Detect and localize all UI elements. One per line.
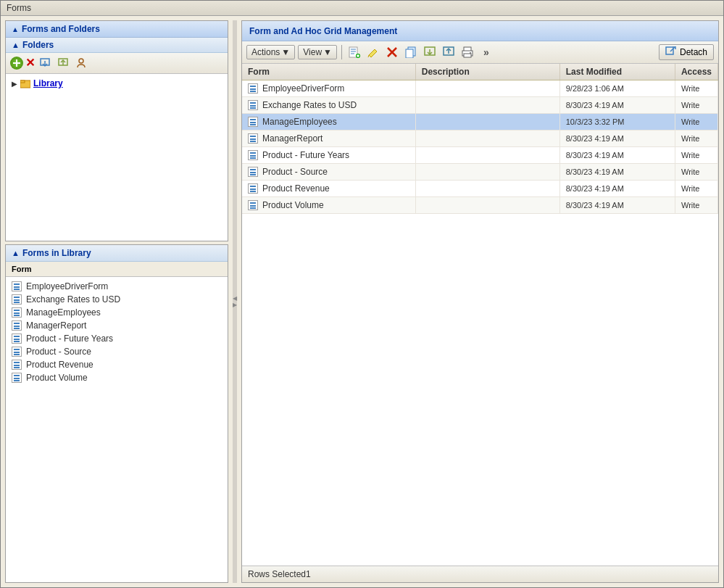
view-dropdown-icon: ▼ <box>323 47 332 57</box>
delete-button[interactable] <box>384 44 400 60</box>
cell-description <box>415 164 559 181</box>
forms-list-column-header: Form <box>12 265 32 273</box>
cell-access: Write <box>675 181 717 197</box>
permissions-button[interactable] <box>73 55 89 71</box>
cell-description <box>415 181 559 197</box>
form-icon <box>248 183 258 194</box>
tree-expand-icon[interactable]: ▶ <box>12 80 17 88</box>
form-icon <box>248 100 258 110</box>
svg-point-4 <box>79 59 83 63</box>
cell-last-modified: 8/30/23 4:19 AM <box>559 197 675 214</box>
export-folder-button[interactable] <box>37 55 53 71</box>
folders-toolbar: ✕ <box>6 53 228 74</box>
form-icon <box>248 150 258 160</box>
table-row[interactable]: EmployeeDriverForm 9/28/23 1:06 AM Write <box>242 80 718 97</box>
right-panel-title: Form and Ad Hoc Grid Management <box>249 26 397 36</box>
cell-last-modified: 10/3/23 3:32 PM <box>559 114 675 131</box>
table-row[interactable]: Exchange Rates to USD 8/30/23 4:19 AM Wr… <box>242 97 718 114</box>
collapse-arrow-icon[interactable]: ▲ <box>12 25 19 33</box>
folder-icon <box>20 78 30 88</box>
forms-list-item[interactable]: Product Volume <box>9 371 225 384</box>
form-list-label: Exchange Rates to USD <box>26 294 120 305</box>
folders-collapse-arrow[interactable]: ▲ <box>12 41 20 49</box>
cell-access: Write <box>675 197 717 214</box>
col-form: Form <box>242 64 415 80</box>
form-name: EmployeeDriverForm <box>262 83 344 94</box>
table-row[interactable]: ManagerReport 8/30/23 4:19 AM Write <box>242 131 718 147</box>
svg-rect-6 <box>20 80 25 83</box>
edit-button[interactable] <box>365 44 381 60</box>
forms-list-item[interactable]: Product - Source <box>9 345 225 358</box>
actions-dropdown-icon: ▼ <box>281 47 290 57</box>
table-row[interactable]: ManageEmployees 10/3/23 3:32 PM Write <box>242 114 718 131</box>
cell-access: Write <box>675 131 717 147</box>
form-name: Exchange Rates to USD <box>262 100 357 110</box>
copy-button[interactable] <box>403 44 419 60</box>
cell-access: Write <box>675 80 717 97</box>
cell-form: Product - Future Years <box>242 147 415 164</box>
table-row[interactable]: Product Revenue 8/30/23 4:19 AM Write <box>242 181 718 197</box>
table-row[interactable]: Product - Future Years 8/30/23 4:19 AM W… <box>242 147 718 164</box>
add-folder-button[interactable] <box>10 57 23 70</box>
forms-list-item[interactable]: Product - Future Years <box>9 332 225 345</box>
window-frame: Forms ▲ Forms and Folders ▲ Folders <box>0 0 724 588</box>
import-folder-button[interactable] <box>55 55 71 71</box>
form-list-icon <box>12 307 22 318</box>
forms-list-item[interactable]: EmployeeDriverForm <box>9 280 225 293</box>
panel-resize-handle[interactable] <box>233 20 237 583</box>
form-name: ManagerReport <box>262 133 323 144</box>
export-button[interactable] <box>422 44 438 60</box>
svg-line-15 <box>368 55 369 57</box>
forms-and-folders-header: ▲ Forms and Folders <box>6 21 228 38</box>
cell-access: Write <box>675 164 717 181</box>
table-row[interactable]: Product Volume 8/30/23 4:19 AM Write <box>242 197 718 214</box>
form-name: ManageEmployees <box>262 117 337 127</box>
cell-access: Write <box>675 147 717 164</box>
import-button[interactable] <box>441 44 457 60</box>
folders-section: ▲ Folders ✕ <box>6 38 228 241</box>
cell-last-modified: 9/28/23 1:06 AM <box>559 80 675 97</box>
rows-selected-count: 1 <box>306 569 311 579</box>
main-content: ▲ Forms and Folders ▲ Folders ✕ <box>1 16 723 587</box>
cell-access: Write <box>675 97 717 114</box>
forms-library-collapse-arrow[interactable]: ▲ <box>12 249 20 257</box>
forms-list-item[interactable]: ManagerReport <box>9 319 225 332</box>
form-list-icon <box>12 320 22 331</box>
cell-form: ManagerReport <box>242 131 415 147</box>
cell-last-modified: 8/30/23 4:19 AM <box>559 164 675 181</box>
new-form-button[interactable] <box>346 44 362 60</box>
cell-form: Exchange Rates to USD <box>242 97 415 114</box>
forms-list-item[interactable]: Product Revenue <box>9 358 225 371</box>
form-list-label: ManageEmployees <box>26 307 101 318</box>
print-button[interactable] <box>459 44 475 60</box>
actions-button[interactable]: Actions ▼ <box>246 45 295 59</box>
delete-folder-button[interactable]: ✕ <box>25 57 35 69</box>
form-name: Product - Source <box>262 167 328 177</box>
forms-in-library-panel: ▲ Forms in Library Form EmployeeDriverFo… <box>5 244 228 583</box>
form-icon <box>248 167 258 177</box>
forms-list-item[interactable]: Exchange Rates to USD <box>9 293 225 306</box>
table-row[interactable]: Product - Source 8/30/23 4:19 AM Write <box>242 164 718 181</box>
more-button[interactable]: » <box>478 44 494 60</box>
right-panel-header: Form and Ad Hoc Grid Management <box>242 21 718 41</box>
view-label: View <box>303 47 322 57</box>
cell-description <box>415 97 559 114</box>
detach-button[interactable]: Detach <box>659 44 714 60</box>
form-list-label: ManagerReport <box>26 320 86 331</box>
form-list-label: Product Revenue <box>26 360 93 370</box>
library-label[interactable]: Library <box>33 78 63 88</box>
col-description: Description <box>415 64 559 80</box>
library-tree-item[interactable]: ▶ Library <box>9 77 225 90</box>
cell-description <box>415 197 559 214</box>
cell-description <box>415 131 559 147</box>
cell-description <box>415 80 559 97</box>
form-icon <box>248 200 258 210</box>
form-list-icon <box>12 294 22 305</box>
view-button[interactable]: View ▼ <box>298 45 337 59</box>
forms-list-item[interactable]: ManageEmployees <box>9 306 225 319</box>
forms-list: EmployeeDriverForm Exchange Rates to USD… <box>6 277 228 582</box>
detach-label: Detach <box>680 47 707 57</box>
form-list-label: Product - Future Years <box>26 334 113 344</box>
form-list-icon <box>12 347 22 357</box>
form-icon <box>248 133 258 144</box>
